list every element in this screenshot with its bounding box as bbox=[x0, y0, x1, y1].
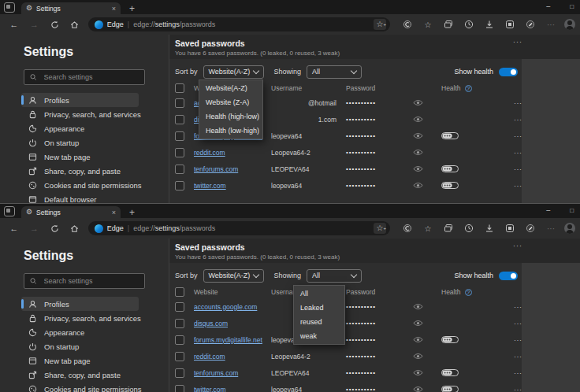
new-tab-button[interactable]: + bbox=[129, 3, 135, 14]
sort-by-select[interactable]: Website(A-Z) bbox=[203, 269, 264, 283]
reveal-password-icon[interactable] bbox=[413, 386, 441, 392]
sidebar-item[interactable]: New tab page bbox=[21, 353, 139, 368]
edge-logo-icon[interactable] bbox=[95, 224, 103, 233]
sidebar-item[interactable]: Privacy, search, and services bbox=[21, 107, 139, 121]
row-menu-button[interactable]: ··· bbox=[514, 99, 526, 107]
sort-option[interactable]: Health (low-high) bbox=[199, 124, 262, 138]
select-all-checkbox[interactable] bbox=[175, 287, 184, 297]
back-button[interactable]: ← bbox=[5, 20, 24, 29]
settings-menu-icon[interactable]: ··· bbox=[541, 224, 561, 233]
row-checkbox[interactable] bbox=[175, 319, 184, 328]
sidebar-item[interactable]: Privacy, search, and services bbox=[21, 311, 139, 325]
extension-a-icon[interactable] bbox=[500, 20, 520, 29]
website-link[interactable]: tenforums.com bbox=[194, 165, 271, 173]
downloads-icon[interactable] bbox=[479, 20, 500, 29]
sidebar-item[interactable]: New tab page bbox=[21, 150, 139, 164]
search-settings-input[interactable] bbox=[43, 276, 139, 286]
row-checkbox[interactable] bbox=[175, 368, 184, 378]
website-link[interactable]: disqus.com bbox=[194, 320, 271, 327]
sidebar-item[interactable]: Profiles bbox=[21, 297, 139, 311]
forward-button[interactable]: → bbox=[25, 224, 44, 233]
home-button[interactable] bbox=[65, 20, 84, 29]
copilot-icon[interactable] bbox=[397, 20, 418, 29]
sidebar-item[interactable]: Cookies and site permissions bbox=[21, 178, 139, 192]
history-icon[interactable] bbox=[459, 224, 479, 233]
row-checkbox[interactable] bbox=[175, 352, 184, 361]
reveal-password-icon[interactable] bbox=[413, 132, 441, 139]
tab-actions-icon[interactable] bbox=[4, 206, 15, 216]
search-settings-box[interactable] bbox=[24, 273, 145, 289]
show-health-toggle[interactable] bbox=[499, 272, 518, 280]
website-link[interactable]: accounts.google.com bbox=[194, 303, 271, 311]
row-checkbox[interactable] bbox=[175, 115, 184, 124]
collections-icon[interactable] bbox=[438, 20, 459, 29]
show-health-toggle[interactable] bbox=[499, 68, 518, 76]
section-more-button[interactable]: ··· bbox=[513, 242, 522, 250]
row-menu-button[interactable]: ··· bbox=[514, 369, 526, 377]
sort-option[interactable]: Health (high-low) bbox=[199, 109, 262, 124]
favorites-icon[interactable]: ☆ bbox=[418, 224, 438, 233]
extension-a-icon[interactable] bbox=[500, 224, 520, 233]
reveal-password-icon[interactable] bbox=[413, 99, 441, 106]
tab-close-icon[interactable]: × bbox=[112, 5, 116, 13]
website-link[interactable]: tenforums.com bbox=[194, 369, 271, 377]
row-checkbox[interactable] bbox=[175, 335, 184, 345]
sort-option[interactable]: Website(A-Z) bbox=[199, 81, 262, 95]
home-button[interactable] bbox=[65, 224, 84, 233]
row-menu-button[interactable]: ··· bbox=[514, 165, 526, 173]
section-more-button[interactable]: ··· bbox=[513, 38, 522, 46]
showing-option[interactable]: reused bbox=[294, 315, 344, 329]
reveal-password-icon[interactable] bbox=[413, 353, 441, 360]
row-menu-button[interactable]: ··· bbox=[514, 132, 526, 140]
url-text[interactable]: edge://settings/passwords bbox=[133, 224, 215, 232]
sidebar-item[interactable]: Appearance bbox=[21, 325, 139, 339]
reveal-password-icon[interactable] bbox=[413, 149, 441, 156]
showing-option[interactable]: weak bbox=[294, 329, 344, 343]
sidebar-item[interactable]: Profiles bbox=[21, 93, 139, 107]
row-menu-button[interactable]: ··· bbox=[514, 386, 526, 392]
row-checkbox[interactable] bbox=[175, 181, 184, 190]
forward-button[interactable]: → bbox=[25, 20, 44, 29]
sidebar-item[interactable]: Default browser bbox=[21, 192, 139, 203]
reveal-password-icon[interactable] bbox=[413, 116, 441, 123]
reveal-password-icon[interactable] bbox=[413, 182, 441, 189]
website-link[interactable]: reddit.com bbox=[194, 149, 271, 157]
row-checkbox[interactable] bbox=[175, 98, 184, 108]
reveal-password-icon[interactable] bbox=[413, 336, 441, 343]
collections-icon[interactable] bbox=[438, 224, 459, 233]
health-help-icon[interactable]: ? bbox=[465, 85, 472, 92]
search-settings-box[interactable] bbox=[24, 69, 145, 85]
row-menu-button[interactable]: ··· bbox=[514, 303, 526, 311]
sidebar-item[interactable]: Cookies and site permissions bbox=[21, 382, 139, 392]
select-all-checkbox[interactable] bbox=[175, 83, 184, 93]
reveal-password-icon[interactable] bbox=[413, 369, 441, 376]
row-menu-button[interactable]: ··· bbox=[514, 353, 526, 361]
favorites-icon[interactable]: ☆ bbox=[418, 20, 438, 29]
extension-b-icon[interactable] bbox=[520, 20, 541, 29]
row-menu-button[interactable]: ··· bbox=[514, 116, 526, 124]
reveal-password-icon[interactable] bbox=[413, 165, 441, 172]
health-help-icon[interactable]: ? bbox=[465, 289, 472, 296]
downloads-icon[interactable] bbox=[479, 224, 500, 233]
search-settings-input[interactable] bbox=[43, 72, 139, 82]
sidebar-item[interactable]: Share, copy, and paste bbox=[21, 368, 139, 382]
address-bar[interactable]: Edge | edge://settings/passwords ☆+ bbox=[88, 221, 390, 235]
tab-actions-icon[interactable] bbox=[4, 2, 15, 13]
row-menu-button[interactable]: ··· bbox=[514, 320, 526, 327]
sidebar-item[interactable]: Share, copy, and paste bbox=[21, 164, 139, 178]
website-link[interactable]: forums.mydigitallife.net bbox=[194, 336, 271, 344]
row-checkbox[interactable] bbox=[175, 131, 184, 141]
settings-menu-icon[interactable]: ··· bbox=[541, 20, 561, 29]
website-link[interactable]: twitter.com bbox=[194, 386, 271, 392]
row-menu-button[interactable]: ··· bbox=[514, 336, 526, 344]
profile-avatar[interactable] bbox=[564, 19, 575, 30]
minimize-button[interactable]: – bbox=[546, 206, 550, 214]
showing-select[interactable]: All bbox=[307, 269, 362, 283]
showing-option[interactable]: All bbox=[294, 287, 344, 301]
add-favorite-icon[interactable]: ☆+ bbox=[374, 19, 386, 30]
refresh-button[interactable] bbox=[45, 224, 64, 233]
reveal-password-icon[interactable] bbox=[413, 303, 441, 310]
new-tab-button[interactable]: + bbox=[129, 207, 135, 218]
minimize-button[interactable]: – bbox=[546, 2, 550, 10]
showing-option[interactable]: Leaked bbox=[294, 301, 344, 315]
